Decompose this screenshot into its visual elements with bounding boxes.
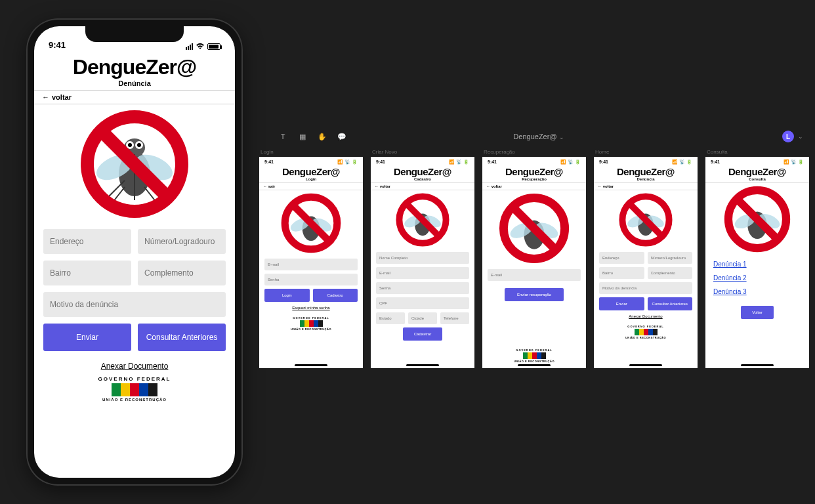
complemento-field[interactable] (648, 267, 693, 279)
comment-tool-icon[interactable]: 💬 (337, 132, 346, 141)
no-mosquito-icon (498, 192, 570, 264)
back-label: voltar (52, 93, 72, 101)
no-mosquito-icon (280, 192, 342, 254)
artboard-login[interactable]: Login 9:41📶 📡 🔋 DengueZer@ Login ← sair … (259, 148, 363, 368)
screen-subtitle: Denúncia (34, 79, 235, 91)
consultar-button[interactable]: Consultar Anteriores (648, 297, 693, 310)
gov-logo: GOVERNO FEDERALUNIÃO E RECONSTRUÇÃO (594, 322, 698, 345)
login-button[interactable]: Login (264, 289, 310, 302)
battery-icon (207, 43, 220, 50)
mini-screen-denuncia: 9:41📶 📡 🔋 DengueZer@ Denúncia ← voltar E… (594, 157, 698, 368)
chevron-down-icon[interactable]: ⌄ (798, 133, 803, 140)
phone-notch (85, 26, 184, 42)
denuncia-link[interactable]: Denúncia 2 (713, 274, 801, 282)
numero-field[interactable] (138, 229, 226, 254)
frame-tool-icon[interactable]: ▦ (298, 132, 307, 141)
anexar-link[interactable]: Anexar Documento (594, 310, 698, 322)
chevron-down-icon: ⌄ (559, 134, 564, 140)
artboard-label: Login (259, 148, 363, 157)
endereco-field[interactable] (43, 229, 131, 254)
no-mosquito-icon (79, 108, 190, 220)
arrow-left-icon: ← (42, 93, 49, 101)
estado-field[interactable] (376, 312, 405, 324)
complemento-field[interactable] (138, 261, 226, 285)
svg-point-4 (128, 143, 132, 147)
cidade-field[interactable] (408, 312, 437, 324)
back-button[interactable]: ← voltar (371, 183, 474, 190)
denuncia-link[interactable]: Denúncia 3 (713, 288, 801, 295)
back-button[interactable]: ← voltar (594, 183, 698, 190)
status-icons: 📶 📡 🔋 (337, 159, 358, 165)
phone-mock-large: 9:41 DengueZer@ Denúncia ← voltar (26, 18, 243, 486)
home-indicator (741, 364, 774, 366)
text-tool-icon[interactable]: T (278, 132, 287, 141)
mini-screen-consulta: 9:41📶 📡 🔋 DengueZer@ Consulta Denúncia 1… (705, 157, 809, 368)
artboard-label: Criar Novo (371, 148, 474, 157)
home-indicator (406, 364, 439, 366)
artboard-consulta[interactable]: Consulta 9:41📶 📡 🔋 DengueZer@ Consulta D… (705, 148, 809, 368)
user-avatar[interactable]: L (782, 131, 794, 142)
form-area: Enviar Consultar Anteriores (34, 222, 235, 351)
gov-logo: GOVERNO FEDERALUNIÃO E RECONSTRUÇÃO (259, 314, 363, 336)
artboard-label: Consulta (705, 148, 809, 157)
cadastro-button[interactable]: Cadastro (313, 289, 358, 302)
design-toolbar: T ▦ ✋ 💬 DengueZer@ ⌄ L ⌄ (269, 129, 808, 144)
email-field[interactable] (376, 267, 469, 279)
motivo-field[interactable] (43, 292, 226, 317)
project-title[interactable]: DengueZer@ ⌄ (269, 133, 808, 140)
wifi-icon (196, 43, 205, 50)
home-indicator (518, 364, 551, 366)
artboard-label: Home (594, 148, 698, 157)
denuncia-link[interactable]: Denúncia 1 (713, 261, 801, 268)
artboard-denuncia[interactable]: Home 9:41📶 📡 🔋 DengueZer@ Denúncia ← vol… (594, 148, 698, 368)
numero-field[interactable] (648, 252, 693, 264)
nome-field[interactable] (376, 252, 469, 264)
hero-image (34, 104, 235, 222)
back-button[interactable]: ← voltar (34, 91, 235, 104)
app-title: DengueZer@ (34, 51, 235, 79)
telefone-field[interactable] (440, 312, 469, 324)
brasil-logo-icon (112, 383, 157, 396)
no-mosquito-icon (723, 185, 791, 253)
email-field[interactable] (488, 269, 581, 281)
bairro-field[interactable] (43, 261, 131, 285)
motivo-field[interactable] (599, 282, 692, 294)
svg-point-5 (137, 143, 141, 147)
mini-screen-login: 9:41📶 📡 🔋 DengueZer@ Login ← sair Login … (259, 157, 363, 368)
back-button[interactable]: ← sair (259, 183, 363, 190)
hand-tool-icon[interactable]: ✋ (318, 132, 327, 141)
home-indicator (295, 364, 327, 366)
voltar-button[interactable]: Voltar (741, 306, 774, 319)
signal-icon (186, 43, 193, 50)
artboard-row: Login 9:41📶 📡 🔋 DengueZer@ Login ← sair … (259, 148, 809, 368)
mini-screen-recuperacao: 9:41📶 📡 🔋 DengueZer@ Recuperação ← volta… (482, 157, 586, 368)
back-button[interactable]: ← voltar (482, 183, 586, 190)
no-mosquito-icon (618, 192, 673, 247)
home-indicator (629, 364, 662, 366)
mini-screen-cadastro: 9:41📶 📡 🔋 DengueZer@ Cadastro ← voltar C… (371, 157, 474, 368)
endereco-field[interactable] (599, 252, 644, 264)
status-time: 9:41 (49, 40, 66, 50)
anexar-link[interactable]: Anexar Documento (34, 351, 235, 376)
email-field[interactable] (264, 259, 358, 270)
senha-field[interactable] (264, 274, 358, 285)
enviar-button[interactable]: Enviar (43, 324, 131, 351)
consultar-button[interactable]: Consultar Anteriores (138, 324, 226, 351)
cpf-field[interactable] (376, 297, 469, 309)
phone-screen: 9:41 DengueZer@ Denúncia ← voltar (34, 26, 235, 478)
senha-field[interactable] (376, 282, 469, 294)
forgot-link[interactable]: Esqueci minha senha (259, 302, 363, 314)
enviar-button[interactable]: Enviar (599, 297, 644, 310)
cadastrar-button[interactable]: Cadastrar (403, 327, 442, 341)
artboard-cadastro[interactable]: Criar Novo 9:41📶 📡 🔋 DengueZer@ Cadastro… (371, 148, 474, 368)
enviar-recuperacao-button[interactable]: Enviar recuperação (505, 288, 564, 301)
bairro-field[interactable] (599, 267, 644, 279)
artboard-recuperacao[interactable]: Recuperação 9:41📶 📡 🔋 DengueZer@ Recuper… (482, 148, 586, 368)
artboard-label: Recuperação (482, 148, 586, 157)
gov-logo: GOVERNO FEDERAL UNIÃO E RECONSTRUÇÃO (34, 376, 235, 413)
no-mosquito-icon (395, 192, 450, 247)
consulta-list: Denúncia 1 Denúncia 2 Denúncia 3 (705, 255, 809, 295)
